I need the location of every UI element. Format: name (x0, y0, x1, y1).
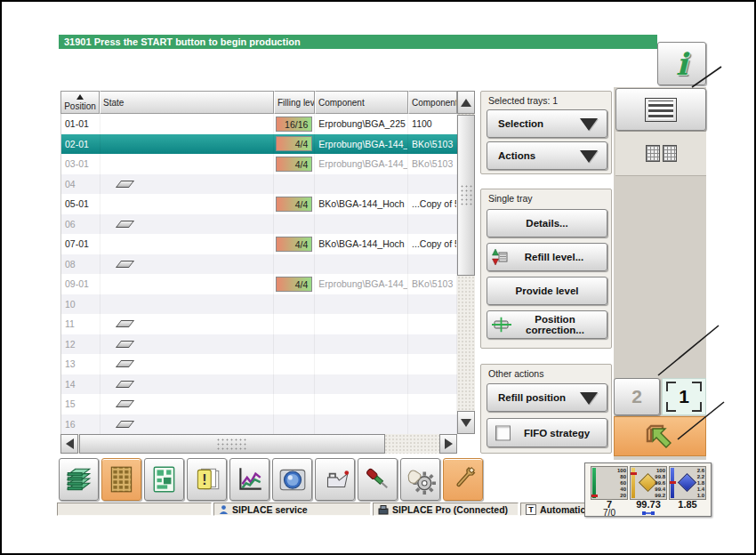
toolbar-button-maintenance[interactable] (315, 458, 355, 501)
sort-ascending-icon (76, 94, 84, 100)
table-cell (408, 394, 457, 414)
table-cell (101, 134, 275, 155)
position-correction-button[interactable]: Position correction... (487, 310, 607, 339)
column-header-component2[interactable]: Component (408, 91, 457, 114)
actions-dropdown[interactable]: Actions (487, 141, 607, 170)
table-cell (408, 314, 457, 334)
table-header: Position State Filling level Component C… (60, 91, 457, 114)
message-bar: 31901 Press the START button to begin pr… (59, 35, 657, 49)
selection-dropdown[interactable]: Selection (487, 109, 607, 138)
tray-icon (116, 360, 134, 367)
fifo-checkbox[interactable] (495, 425, 511, 440)
return-arrow-icon (645, 422, 675, 451)
table-row[interactable]: 15 (61, 394, 457, 414)
table-row[interactable]: 14 (61, 374, 457, 395)
table-cell (315, 394, 408, 414)
refill-position-dropdown[interactable]: Refill position (487, 383, 607, 412)
scroll-right-button[interactable] (439, 434, 457, 454)
single-tray-group: Single tray Details... Refill level... P… (480, 189, 612, 349)
info-button[interactable]: i (657, 42, 706, 85)
table-cell (408, 214, 457, 235)
toolbar-button-board[interactable] (144, 458, 184, 501)
table-row[interactable]: 16 (61, 414, 457, 435)
arrow-left-icon (66, 438, 74, 449)
vertical-scroll-thumb[interactable] (457, 115, 475, 276)
toolbar-button-service[interactable] (443, 458, 483, 501)
scroll-up-button[interactable] (457, 91, 475, 114)
table-row[interactable]: 10 (61, 294, 457, 315)
table-row[interactable]: 08 (61, 254, 457, 275)
grip-dots-icon (216, 438, 248, 451)
toolbar-button-trays[interactable] (101, 458, 141, 501)
table-row[interactable]: 12 (61, 334, 457, 355)
table-cell (101, 154, 275, 174)
toolbar-button-messages[interactable]: ! (187, 458, 227, 501)
gauge-marker (631, 472, 637, 475)
table-row[interactable]: 01-0116/16Erprobung\BGA_2251100 (61, 114, 457, 134)
back-button[interactable] (614, 416, 706, 456)
table-row[interactable]: 04 (61, 174, 457, 195)
vertical-scrollbar[interactable] (457, 91, 475, 434)
service-user-label: SIPLACE service (232, 504, 308, 515)
column-header-position[interactable]: Position (60, 91, 100, 114)
table-cell (315, 334, 408, 355)
pcb-board-icon (149, 464, 180, 495)
gantry-1-button[interactable]: 1 (662, 378, 706, 415)
toolbar-button-setup[interactable] (358, 458, 398, 501)
table-row[interactable]: 13 (61, 354, 457, 374)
tray-view-tab[interactable] (615, 132, 706, 176)
table-cell: ...Copy of 51 (408, 194, 457, 214)
table-cell: ...Copy of 51 (408, 234, 457, 254)
table-cell: 4/4 (274, 274, 315, 294)
table-row[interactable]: 11 (61, 314, 457, 334)
provide-level-button[interactable]: Provide level (487, 277, 607, 305)
tray-icon (116, 421, 134, 428)
gauge-marker (591, 495, 598, 497)
column-header-filling-level[interactable]: Filling level (274, 91, 315, 114)
refill-position-label: Refill position (498, 392, 566, 403)
person-icon (219, 504, 229, 515)
table-row[interactable]: 02-014/4Erprobung\BGA-144_1BKo\5103 (61, 134, 457, 155)
other-actions-group: Other actions Refill position FIFO strat… (480, 364, 612, 454)
toolbar-button-manual[interactable] (400, 458, 440, 501)
list-view-tab[interactable] (615, 88, 706, 131)
tray-icon (116, 400, 134, 407)
scroll-left-button[interactable] (60, 434, 78, 454)
table-cell: Erprobung\BGA_225 (315, 114, 408, 134)
table-cell (101, 114, 275, 134)
details-button[interactable]: Details... (487, 209, 607, 237)
hand-gear-icon (406, 464, 436, 495)
tray-icon (116, 341, 134, 348)
column-header-component[interactable]: Component (315, 91, 408, 114)
table-cell: 05-01 (61, 194, 101, 214)
toolbar-button-vision[interactable] (272, 458, 312, 501)
table-cell: Erprobung\BGA-144_3 (315, 274, 408, 294)
table-cell (408, 294, 457, 315)
filling-level-badge: 16/16 (276, 117, 312, 132)
table-row[interactable]: 05-014/4BKo\BGA-144_Hoch...Copy of 51 (61, 194, 457, 214)
gantry-2-button[interactable]: 2 (614, 378, 660, 415)
scroll-down-button[interactable] (457, 411, 475, 434)
filling-level-badge: 4/4 (276, 136, 312, 151)
table-cell: 4/4 (274, 234, 315, 254)
table-row[interactable]: 07-014/4BKo\BGA-144_Hoch...Copy of 51 (61, 234, 457, 254)
horizontal-scrollbar[interactable] (60, 434, 457, 454)
table-cell (408, 374, 457, 395)
toolbar-button-production[interactable] (59, 458, 99, 501)
horizontal-scroll-thumb[interactable] (79, 434, 385, 454)
toolbar-button-statistics[interactable] (229, 458, 269, 501)
statusbar-segment-user: SIPLACE service (213, 503, 371, 516)
table-row[interactable]: 03-014/4Erprobung\BGA-144_2BKo\5103 (61, 154, 457, 174)
blue-diamond-icon (678, 473, 696, 492)
refill-arrows-icon (492, 248, 508, 266)
line-chart-icon (235, 464, 265, 495)
table-row[interactable]: 09-014/4Erprobung\BGA-144_3BKo\5103 (61, 274, 457, 294)
refill-level-button[interactable]: Refill level... (487, 243, 607, 271)
column-header-state[interactable]: State (100, 91, 274, 114)
table-row[interactable]: 06 (61, 214, 457, 235)
table-cell: 02-01 (61, 134, 101, 155)
fifo-strategy-button[interactable]: FIFO strategy (487, 418, 607, 447)
tray-icon (116, 221, 134, 228)
filling-level-badge: 4/4 (276, 157, 312, 172)
gauge-rate: 10099.899.699.499.2 (630, 466, 667, 500)
